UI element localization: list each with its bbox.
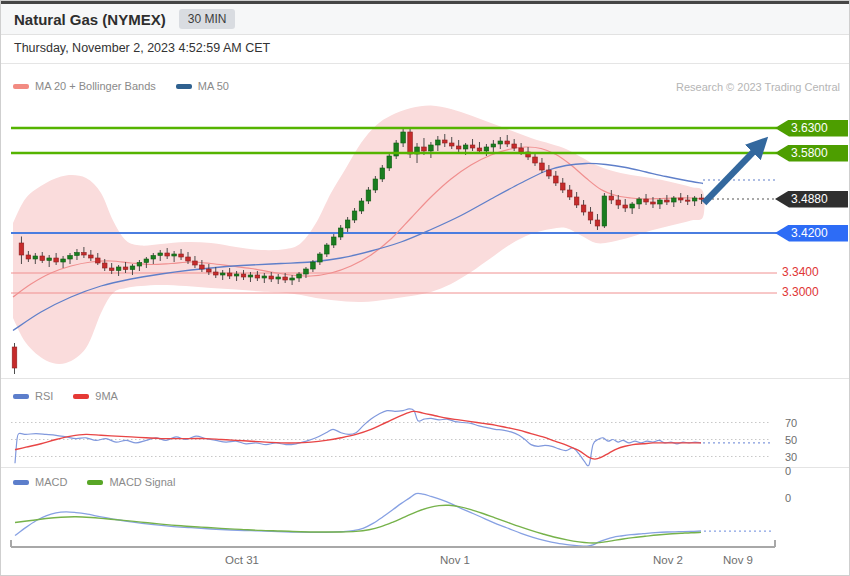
candle-body xyxy=(262,276,267,278)
candle-body xyxy=(373,179,378,190)
candle-body xyxy=(449,143,454,146)
rsi-9ma-line xyxy=(15,411,701,459)
candle-body xyxy=(692,198,697,201)
x-axis-label: Nov 2 xyxy=(653,554,683,566)
candle-body xyxy=(318,254,323,262)
candle-body xyxy=(241,274,246,277)
x-axis-label: Nov 1 xyxy=(440,554,470,566)
candle-body xyxy=(678,198,683,200)
candle-body xyxy=(560,183,565,190)
x-axis-label: Oct 31 xyxy=(225,554,259,566)
candle-body xyxy=(130,266,135,270)
candle-body xyxy=(533,157,538,163)
candle-body xyxy=(144,259,149,263)
candle-body xyxy=(699,198,704,199)
candle-body xyxy=(442,140,447,143)
candle-body xyxy=(109,268,114,271)
candle-body xyxy=(40,256,45,261)
candle-body xyxy=(422,147,427,151)
candle-body xyxy=(61,259,66,262)
candle-body xyxy=(68,256,73,260)
candle-body xyxy=(630,204,635,208)
price-label-last: 3.4880 xyxy=(775,191,848,208)
candle-body xyxy=(179,254,184,257)
candle-body xyxy=(595,220,600,226)
candle-body xyxy=(380,168,385,179)
candle-body xyxy=(505,141,510,144)
macd-tick-label: 0 xyxy=(785,492,791,504)
candle-body xyxy=(338,228,343,237)
candle-body xyxy=(602,196,607,226)
rsi-line xyxy=(15,409,701,466)
candle-body xyxy=(269,276,274,279)
candle-body xyxy=(158,253,163,256)
candle-body xyxy=(644,199,649,202)
candle-body xyxy=(290,278,295,280)
candle-body xyxy=(255,275,260,278)
candle-body xyxy=(588,212,593,220)
candle-body xyxy=(359,201,364,211)
candle-body xyxy=(248,275,253,277)
candle-body xyxy=(95,258,100,263)
candle-body xyxy=(297,274,302,278)
candle-body xyxy=(554,176,559,183)
rsi-tick-label: 70 xyxy=(785,417,797,429)
candle-body xyxy=(512,144,517,148)
candle-body xyxy=(12,347,17,368)
candle-body xyxy=(672,198,677,202)
chart-widget: Natural Gas (NYMEX) 30 MIN Thursday, Nov… xyxy=(0,0,850,576)
candle-body xyxy=(227,273,232,276)
candle-body xyxy=(685,200,690,201)
candle-body xyxy=(102,263,107,268)
candle-body xyxy=(54,258,59,262)
candle-body xyxy=(401,132,406,143)
price-label-minor-support-1: 3.3400 xyxy=(782,266,819,279)
price-label-minor-support-2: 3.3000 xyxy=(782,286,819,299)
candle-body xyxy=(623,205,628,208)
chart-canvas: 70503000Oct 31Nov 1Nov 2Nov 9 xyxy=(1,1,850,576)
candle-body xyxy=(547,170,552,176)
candle-body xyxy=(491,144,496,147)
macd-tick-label: 0 xyxy=(785,465,791,477)
candle-body xyxy=(387,156,392,168)
candle-body xyxy=(89,255,94,258)
candle-body xyxy=(123,267,128,270)
candle-body xyxy=(463,145,468,149)
candle-body xyxy=(234,274,239,276)
rsi-tick-label: 30 xyxy=(785,451,797,463)
candle-body xyxy=(609,196,614,200)
candle-body xyxy=(331,237,336,245)
candle-body xyxy=(567,190,572,197)
candle-body xyxy=(616,200,621,205)
candle-body xyxy=(540,163,545,170)
candle-body xyxy=(408,132,413,154)
candle-body xyxy=(276,277,281,279)
price-label-resistance-2: 3.5800 xyxy=(775,145,848,162)
price-label-resistance-1: 3.6300 xyxy=(775,120,848,137)
macd-signal-line xyxy=(15,505,701,543)
candle-body xyxy=(165,253,170,256)
candle-body xyxy=(193,261,198,265)
candle-body xyxy=(658,200,663,204)
candle-body xyxy=(283,277,288,280)
candle-body xyxy=(172,254,177,256)
candle-body xyxy=(366,190,371,201)
candle-body xyxy=(345,220,350,228)
candle-body xyxy=(304,269,309,274)
candle-body xyxy=(200,265,205,269)
candle-body xyxy=(651,202,656,204)
candle-body xyxy=(637,199,642,204)
candle-body xyxy=(19,243,24,255)
candle-body xyxy=(137,263,142,267)
candle-body xyxy=(82,253,87,256)
candle-body xyxy=(33,256,38,259)
candle-body xyxy=(325,245,330,254)
candle-body xyxy=(207,269,212,272)
candle-body xyxy=(26,255,31,259)
candle-body xyxy=(581,205,586,212)
candle-body xyxy=(220,273,225,275)
candle-body xyxy=(151,256,156,260)
candle-body xyxy=(436,140,441,145)
candle-body xyxy=(484,147,489,151)
bollinger-band-area xyxy=(13,105,705,364)
